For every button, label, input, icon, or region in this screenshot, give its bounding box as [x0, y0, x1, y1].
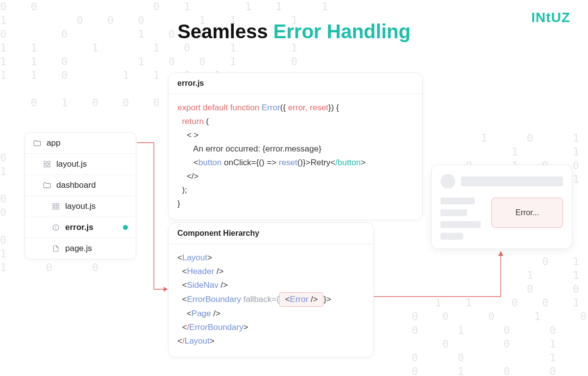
file-tree-item-error[interactable]: error.js: [25, 217, 136, 238]
active-dot-icon: [123, 225, 128, 230]
connector-right: [373, 249, 511, 298]
code-body: export default function Error({ error, r…: [169, 94, 422, 220]
line-placeholder: [441, 198, 475, 204]
svg-rect-0: [44, 161, 47, 164]
svg-rect-5: [56, 203, 59, 206]
sidenav-placeholder: [441, 198, 485, 240]
file-tree-item-page[interactable]: page.js: [25, 238, 136, 259]
connector-left: [136, 142, 171, 294]
heading-accent: Error Handling: [273, 21, 411, 42]
file-tree-item-dashboard[interactable]: dashboard: [25, 175, 136, 196]
card-header: error.js: [169, 73, 422, 94]
grid-icon: [51, 202, 60, 211]
file-tree-label: error.js: [65, 223, 94, 232]
errorjs-code-card: error.js export default function Error({…: [168, 73, 423, 220]
grid-icon: [43, 160, 51, 169]
file-tree-label: layout.js: [65, 201, 96, 211]
file-icon: [51, 244, 60, 253]
svg-rect-3: [48, 165, 50, 167]
svg-rect-7: [56, 207, 59, 209]
file-tree-item-layout-nested[interactable]: layout.js: [25, 196, 136, 217]
line-placeholder: [441, 221, 481, 228]
svg-rect-1: [48, 161, 50, 164]
avatar-placeholder: [441, 174, 455, 189]
card-header: Component Hierarchy: [169, 223, 373, 244]
ui-mock-body: Error...: [441, 198, 563, 240]
error-fallback-highlight: <Error />: [279, 292, 324, 307]
folder-icon: [43, 181, 51, 190]
file-tree-label: layout.js: [56, 159, 87, 169]
file-tree-label: dashboard: [56, 180, 96, 190]
line-placeholder: [441, 233, 463, 240]
titlebar-placeholder: [461, 176, 563, 186]
alert-icon: [51, 223, 60, 232]
file-tree: app layout.js dashboard layout.js error.…: [24, 132, 136, 259]
ui-mock-header: [441, 174, 563, 189]
ui-preview-mock: Error...: [431, 165, 572, 249]
file-tree-label: page.js: [65, 244, 92, 253]
svg-rect-4: [53, 203, 55, 206]
error-label: Error...: [515, 208, 539, 217]
file-tree-label: app: [47, 138, 60, 148]
error-display-box: Error...: [491, 198, 563, 228]
page-title: Seamless Error Handling: [177, 21, 411, 43]
folder-icon: [33, 139, 42, 148]
code-body: <Layout> <Header /> <SideNav /> <ErrorBo…: [169, 244, 373, 357]
component-hierarchy-card: Component Hierarchy <Layout> <Header /> …: [168, 223, 374, 357]
svg-rect-2: [44, 165, 47, 167]
svg-rect-6: [53, 207, 55, 209]
file-tree-item-app[interactable]: app: [25, 133, 136, 154]
svg-point-10: [56, 229, 56, 229]
file-tree-item-layout[interactable]: layout.js: [25, 154, 136, 175]
line-placeholder: [441, 209, 467, 216]
brand-logo: INtUZ: [531, 10, 570, 25]
heading-plain: Seamless: [177, 21, 273, 42]
